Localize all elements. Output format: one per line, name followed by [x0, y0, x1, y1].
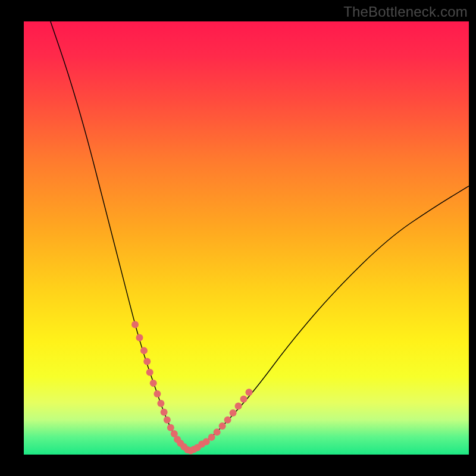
marker-dot	[219, 422, 226, 430]
marker-dot	[150, 380, 157, 387]
marker-dot	[224, 416, 231, 424]
marker-dot	[245, 389, 252, 396]
marker-dot	[164, 416, 171, 424]
marker-dot	[240, 396, 248, 403]
marker-dot	[157, 400, 164, 407]
marker-dot	[214, 428, 221, 436]
chart-frame: TheBottleneck.com	[0, 0, 476, 476]
marker-dot	[235, 402, 242, 409]
marker-dot	[230, 409, 237, 416]
watermark-label: TheBottleneck.com	[343, 4, 468, 20]
marker-dot	[146, 369, 154, 376]
marker-dot	[161, 409, 168, 416]
plot-area	[24, 21, 469, 455]
bottleneck-curve	[51, 21, 469, 450]
marker-dots	[131, 321, 252, 455]
marker-dot	[154, 390, 161, 397]
marker-dot	[143, 358, 151, 365]
marker-dot	[140, 347, 148, 354]
curve-layer	[24, 21, 469, 455]
marker-dot	[131, 321, 139, 328]
marker-dot	[208, 434, 215, 441]
marker-dot	[167, 424, 174, 431]
marker-dot	[136, 334, 143, 341]
